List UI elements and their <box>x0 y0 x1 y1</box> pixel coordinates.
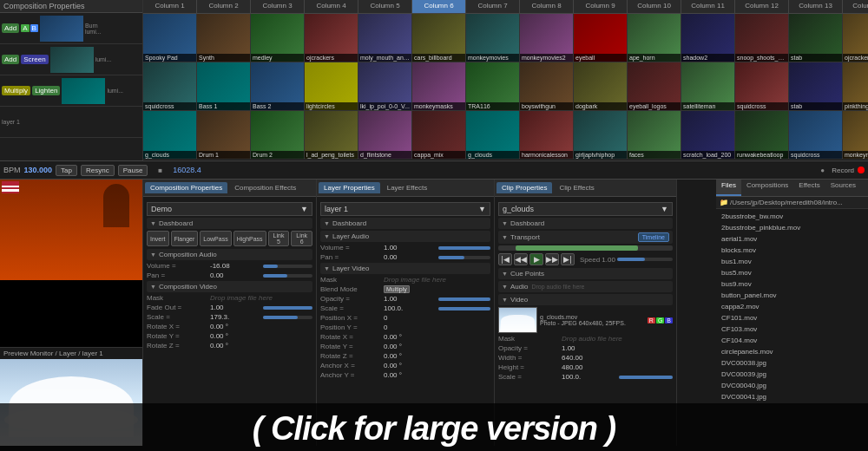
layer-pan-slider[interactable] <box>438 256 490 259</box>
speed-slider[interactable] <box>617 258 673 261</box>
media-cell[interactable]: eyeball <box>574 14 628 62</box>
media-cell[interactable]: ojcrackers <box>305 14 358 62</box>
lowpass-btn[interactable]: LowPass <box>200 231 231 246</box>
pause-btn[interactable]: Pause <box>118 165 148 176</box>
file-item[interactable]: DVC00038.jpg <box>718 357 866 369</box>
tc-ffwd-btn[interactable]: ▶▶ <box>545 253 559 265</box>
media-cell[interactable]: Drum 2 <box>251 111 305 159</box>
tab-layer-props[interactable]: Layer Properties <box>319 182 380 193</box>
comp-scale-slider[interactable] <box>263 316 313 319</box>
media-cell[interactable]: Spooky Pad <box>143 14 197 62</box>
tab-comp-props[interactable]: Composition Properties <box>145 182 227 193</box>
media-cell[interactable]: pinkthings <box>843 62 868 110</box>
layer-video-header[interactable]: ▼ Layer Video <box>320 263 490 274</box>
file-item[interactable]: circlepanels.mov <box>718 346 866 357</box>
media-cell[interactable]: lightcircles <box>305 62 358 110</box>
media-cell[interactable]: boyswithgun <box>520 62 574 110</box>
media-cell[interactable]: eyeball_logos <box>628 62 681 110</box>
tab-layer-effects[interactable]: Layer Effects <box>382 182 433 193</box>
media-cell[interactable]: satelliteman <box>681 62 735 110</box>
file-item[interactable]: bus1.mov <box>718 256 866 267</box>
media-cell[interactable]: TRA116 <box>466 62 520 110</box>
file-item[interactable]: CF101.mov <box>718 312 866 324</box>
media-cell[interactable]: ape_horn <box>628 14 681 62</box>
media-cell[interactable]: Drum 1 <box>197 111 251 159</box>
flanger-btn[interactable]: Flanger <box>171 231 199 246</box>
highpass-btn[interactable]: HighPass <box>233 231 266 246</box>
layer-volume-slider[interactable] <box>438 246 490 250</box>
file-item[interactable]: blocks.mov <box>718 245 866 256</box>
file-item[interactable]: 2busstrobe_pinkblue.mov <box>718 222 866 233</box>
tab-comp-effects[interactable]: Composition Effects <box>229 182 301 193</box>
tc-next-btn[interactable]: ▶| <box>561 253 575 265</box>
tab-clip-props[interactable]: Clip Properties <box>496 182 552 193</box>
clip-video-section[interactable]: ▼ Video <box>498 294 673 305</box>
media-cell[interactable]: shadow2 <box>681 14 735 62</box>
link6-btn[interactable]: Link 6 <box>291 231 312 246</box>
tab-clip-effects[interactable]: Clip Effects <box>554 182 599 193</box>
comp-audio-header[interactable]: ▼ Composition Audio <box>147 249 312 260</box>
tc-prev-btn[interactable]: |◀ <box>498 253 512 265</box>
click-overlay[interactable]: ( Click for large version ) <box>0 403 868 451</box>
layer-opacity-slider[interactable] <box>438 297 490 301</box>
media-cell[interactable]: lki_ip_poi_0-0_V... <box>358 62 412 110</box>
file-item[interactable]: DVC00040.jpg <box>718 380 866 391</box>
layer-scale-slider[interactable] <box>438 307 490 310</box>
media-cell[interactable]: monkeymovies2 <box>520 14 574 62</box>
tab-compositions[interactable]: Compositions <box>741 180 793 196</box>
media-cell[interactable]: scratch_load_200 <box>681 111 735 159</box>
media-cell[interactable]: dogbark <box>574 62 628 110</box>
media-cell[interactable]: cappa_mix <box>412 111 466 159</box>
file-item[interactable]: aerial1.mov <box>718 233 866 245</box>
clip-dashboard-header[interactable]: ▼ Dashboard <box>498 218 673 229</box>
media-cell[interactable]: runwakebeatloop <box>735 111 789 159</box>
comp-dashboard-header[interactable]: ▼ Dashboard <box>147 218 312 229</box>
media-cell[interactable]: stab <box>789 14 843 62</box>
file-item[interactable]: bus9.mov <box>718 278 866 290</box>
tap-btn[interactable]: Tap <box>56 165 77 176</box>
file-item[interactable]: bus5.mov <box>718 267 866 278</box>
media-cell[interactable]: g_clouds <box>143 111 197 159</box>
media-cell[interactable]: ojcrackers <box>843 14 868 62</box>
invert-btn[interactable]: Invert <box>147 231 169 246</box>
media-cell[interactable]: monkeymovies <box>466 14 520 62</box>
media-cell[interactable]: snoop_shoots_dogs <box>735 14 789 62</box>
comp-preset-dropdown[interactable]: Demo ▼ <box>147 202 312 216</box>
media-cell[interactable]: monkeymasks <box>412 62 466 110</box>
media-cell[interactable]: moly_mouth_anim <box>358 14 412 62</box>
file-item[interactable]: CF103.mov <box>718 324 866 335</box>
link5-btn[interactable]: Link 5 <box>268 231 290 246</box>
file-item[interactable]: DVC00041.jpg <box>718 391 866 402</box>
media-cell[interactable]: l_ad_peng_toilets <box>305 111 358 159</box>
comp-fade-slider[interactable] <box>263 306 313 310</box>
clip-transport-header[interactable]: ▼ Transport Timeline <box>498 231 673 244</box>
screen-btn[interactable]: Screen <box>21 55 48 64</box>
media-cell[interactable]: squidcross <box>789 111 843 159</box>
file-item[interactable]: CF104.mov <box>718 335 866 346</box>
comp-video-header[interactable]: ▼ Composition Video <box>147 281 312 292</box>
clip-scale-slider[interactable] <box>619 376 674 379</box>
layer-audio-header[interactable]: ▼ Layer Audio <box>320 231 490 242</box>
cue-points-header[interactable]: ▼ Cue Points <box>498 268 673 279</box>
tc-rew-btn[interactable]: ◀◀ <box>514 253 528 265</box>
add-btn-2[interactable]: Add <box>2 55 19 64</box>
media-cell[interactable]: faces <box>628 111 681 159</box>
media-cell[interactable]: d_flintstone <box>358 111 412 159</box>
tc-play-btn[interactable]: ▶ <box>529 253 543 265</box>
media-cell[interactable]: squidcross <box>143 62 197 110</box>
lighten-btn[interactable]: Lighten <box>32 86 60 95</box>
file-item[interactable]: DVC00039.jpg <box>718 369 866 380</box>
media-cell[interactable]: girljaptvhiphop <box>574 111 628 159</box>
resync-btn[interactable]: Resync <box>81 165 115 176</box>
clip-audio-header[interactable]: ▼ Audio Drop audio file here <box>498 281 673 292</box>
media-cell[interactable]: Bass 2 <box>251 62 305 110</box>
media-cell[interactable]: Synth <box>197 14 251 62</box>
media-cell[interactable]: Bass 1 <box>197 62 251 110</box>
comp-volume-slider[interactable] <box>263 265 313 268</box>
media-cell[interactable]: harmonicalesson <box>520 111 574 159</box>
multiply-btn[interactable]: Multiply <box>2 86 30 95</box>
media-cell[interactable]: medley <box>251 14 305 62</box>
file-item[interactable]: button_panel.mov <box>718 290 866 301</box>
media-cell[interactable]: stab <box>789 62 843 110</box>
file-item[interactable]: 2busstrobe_bw.mov <box>718 211 866 222</box>
